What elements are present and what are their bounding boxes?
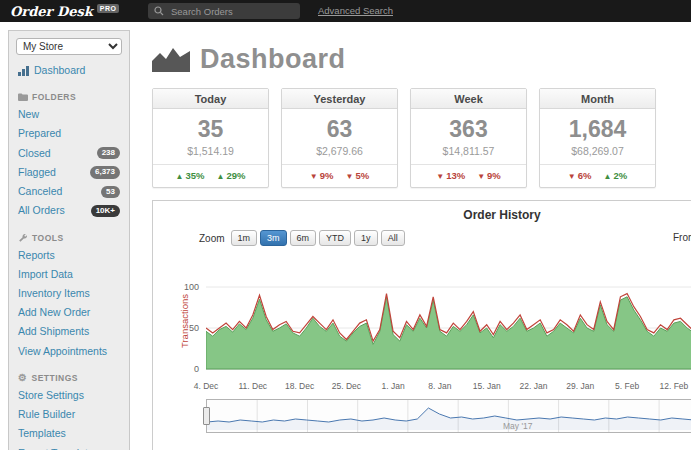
change-value: 29%: [226, 170, 245, 181]
sidebar-item-label: Rule Builder: [18, 407, 75, 422]
zoom-button-3m[interactable]: 3m: [260, 230, 287, 246]
sidebar-item-templates[interactable]: Templates: [9, 424, 129, 443]
zoom-button-1m[interactable]: 1m: [231, 230, 258, 246]
zoom-button-6m[interactable]: 6m: [290, 230, 317, 246]
count-badge: 238: [97, 147, 120, 159]
stat-period: Week: [411, 89, 526, 109]
sidebar-section-tools: TOOLS: [18, 233, 120, 243]
page-header: Dashboard: [152, 42, 691, 76]
order-history-chart[interactable]: [206, 257, 691, 379]
sidebar-item-label: View Appointments: [18, 344, 107, 359]
y-axis-tick: 100: [169, 282, 199, 292]
sidebar-item-rule-builder[interactable]: Rule Builder: [9, 405, 129, 424]
sidebar-item-new[interactable]: New: [9, 105, 129, 124]
sidebar-item-add-new-order[interactable]: Add New Order: [9, 303, 129, 322]
x-axis-tick: 18. Dec: [285, 381, 314, 391]
x-axis-tick: 11. Dec: [238, 381, 267, 391]
change-indicator: ▼9%: [477, 170, 501, 181]
app-root: Order Desk PRO Advanced Search My Store …: [0, 0, 691, 450]
page-title: Dashboard: [200, 44, 346, 75]
stat-count: 35: [153, 116, 268, 143]
y-axis-tick: 0: [169, 364, 199, 374]
stat-cards: Today 35 $1,514.19 ▲35% ▲29% Yesterday 6…: [152, 88, 691, 188]
stat-changes: ▼6% ▲2%: [540, 164, 655, 187]
sidebar-item-dashboard[interactable]: Dashboard: [9, 61, 129, 80]
sidebar-section-settings: ⚙ SETTINGS: [18, 373, 120, 383]
sidebar-item-add-shipments[interactable]: Add Shipments: [9, 322, 129, 341]
stat-card-month: Month 1,684 $68,269.07 ▼6% ▲2%: [539, 88, 656, 188]
stat-card-today: Today 35 $1,514.19 ▲35% ▲29%: [152, 88, 269, 188]
change-indicator: ▲35%: [176, 170, 205, 181]
down-arrow-icon: ▼: [477, 172, 485, 181]
order-history-panel: Order History Zoom 1m 3m 6m YTD 1y All F…: [152, 200, 691, 450]
sidebar: My Store Dashboard FOLDERS New Prepared …: [8, 30, 130, 450]
sidebar-item-label: Store Settings: [18, 388, 84, 403]
stat-amount: $14,811.57: [411, 145, 526, 157]
down-arrow-icon: ▼: [346, 172, 354, 181]
zoom-button-1y[interactable]: 1y: [354, 230, 378, 246]
zoom-button-all[interactable]: All: [381, 230, 405, 246]
change-value: 13%: [446, 170, 465, 181]
up-arrow-icon: ▲: [604, 172, 612, 181]
section-label: FOLDERS: [32, 92, 76, 102]
stat-changes: ▲35% ▲29%: [153, 164, 268, 187]
sidebar-item-flagged[interactable]: Flagged 6,373: [9, 163, 129, 182]
sidebar-item-inventory-items[interactable]: Inventory Items: [9, 284, 129, 303]
sidebar-item-label: Canceled: [18, 184, 62, 199]
change-indicator: ▼13%: [436, 170, 465, 181]
stat-count: 63: [282, 116, 397, 143]
change-value: 35%: [185, 170, 204, 181]
x-axis-tick: 8. Jan: [428, 381, 451, 391]
sidebar-item-label: Dashboard: [34, 63, 85, 78]
y-axis-title: Transactions: [179, 294, 190, 348]
sidebar-item-label: Templates: [18, 426, 66, 441]
up-arrow-icon: ▲: [176, 172, 184, 181]
sidebar-item-all-orders[interactable]: All Orders 10K+: [9, 201, 129, 220]
stat-count: 363: [411, 116, 526, 143]
stat-period: Month: [540, 89, 655, 109]
change-indicator: ▼9%: [310, 170, 334, 181]
stat-changes: ▼9% ▼5%: [282, 164, 397, 187]
sidebar-item-label: Prepared: [18, 126, 61, 141]
sidebar-item-export-templates[interactable]: Export Templates: [9, 444, 129, 450]
search-input[interactable]: [169, 5, 294, 18]
zoom-button-ytd[interactable]: YTD: [319, 230, 351, 246]
sidebar-item-label: Inventory Items: [18, 286, 90, 301]
change-value: 5%: [355, 170, 369, 181]
down-arrow-icon: ▼: [568, 172, 576, 181]
topbar: Order Desk PRO Advanced Search: [0, 0, 691, 22]
sidebar-item-closed[interactable]: Closed 238: [9, 144, 129, 163]
sidebar-item-label: Import Data: [18, 267, 73, 282]
stat-card-week: Week 363 $14,811.57 ▼13% ▼9%: [410, 88, 527, 188]
stat-card-yesterday: Yesterday 63 $2,679.66 ▼9% ▼5%: [281, 88, 398, 188]
change-indicator: ▲2%: [604, 170, 628, 181]
x-axis-tick: 4. Dec: [194, 381, 219, 391]
sidebar-item-prepared[interactable]: Prepared: [9, 124, 129, 143]
sidebar-item-reports[interactable]: Reports: [9, 246, 129, 265]
sidebar-item-label: Flagged: [18, 165, 56, 180]
sidebar-item-label: Reports: [18, 248, 55, 263]
app-logo[interactable]: Order Desk PRO: [10, 0, 119, 22]
x-axis-tick: 1. Jan: [382, 381, 405, 391]
sidebar-item-canceled[interactable]: Canceled 53: [9, 182, 129, 201]
count-badge: 53: [101, 186, 120, 198]
section-label: TOOLS: [32, 233, 64, 243]
sidebar-item-import-data[interactable]: Import Data: [9, 265, 129, 284]
chart-navigator[interactable]: May '17: [206, 399, 691, 433]
store-select[interactable]: My Store: [16, 38, 122, 55]
navigator-left-handle[interactable]: [203, 407, 210, 425]
sidebar-item-store-settings[interactable]: Store Settings: [9, 386, 129, 405]
sidebar-item-label: Closed: [18, 146, 51, 161]
sidebar-item-label: Export Templates: [18, 446, 99, 450]
search-box: [148, 3, 300, 19]
down-arrow-icon: ▼: [310, 172, 318, 181]
navigator-chart[interactable]: [207, 400, 691, 432]
change-indicator: ▼5%: [346, 170, 370, 181]
folder-icon: [18, 93, 28, 101]
x-axis-tick: 12. Feb: [659, 381, 688, 391]
sidebar-item-label: New: [18, 107, 39, 122]
main-content: Dashboard Today 35 $1,514.19 ▲35% ▲29% Y…: [140, 22, 691, 450]
gear-icon: ⚙: [18, 373, 27, 383]
advanced-search-link[interactable]: Advanced Search: [318, 5, 393, 16]
sidebar-item-view-appointments[interactable]: View Appointments: [9, 342, 129, 361]
